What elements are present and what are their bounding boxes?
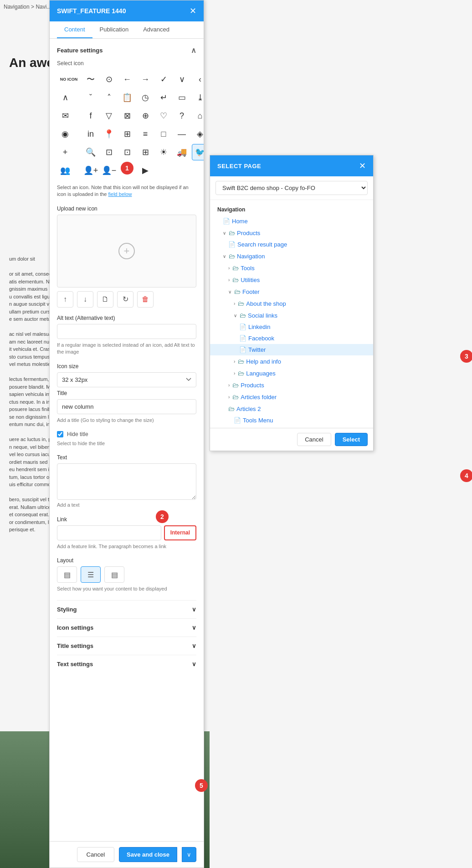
tree-item-facebook[interactable]: 📄 Facebook: [210, 333, 373, 344]
icon-store[interactable]: ⊡: [101, 144, 117, 160]
icon-download-circle[interactable]: ⤓: [192, 89, 204, 106]
select-page-header: SELECT PAGE ✕: [210, 155, 373, 176]
alt-text-input[interactable]: [57, 324, 196, 339]
tree-item-utilities[interactable]: › 🗁 Utilities: [210, 274, 373, 286]
icon-truck[interactable]: 🚚: [174, 144, 190, 160]
text-input[interactable]: [57, 463, 196, 500]
icon-sun[interactable]: ☀: [155, 144, 172, 160]
icon-clipboard[interactable]: 📋: [119, 89, 135, 106]
icon-chevron-down[interactable]: ∨: [174, 71, 190, 87]
icon-minus[interactable]: —: [174, 126, 190, 142]
icon-twitter[interactable]: 🐦: [192, 144, 204, 160]
icon-help[interactable]: ?: [174, 108, 190, 124]
modal-close-button[interactable]: ✕: [190, 6, 196, 16]
icon-size-select[interactable]: 32 x 32px 16 x 16px 24 x 24px 48 x 48px: [57, 372, 196, 387]
tab-advanced[interactable]: Advanced: [136, 21, 177, 38]
icon-facebook[interactable]: f: [82, 108, 99, 124]
feature-settings-modal: SWIFT_FEATURE 1440 ✕ Content Publication…: [49, 0, 204, 868]
select-page-close-button[interactable]: ✕: [359, 161, 366, 171]
icon-instagram[interactable]: ◉: [57, 126, 73, 142]
tree-item-search-result[interactable]: 📄 Search result page: [210, 239, 373, 250]
download-btn[interactable]: ↓: [77, 291, 93, 308]
tree-item-products-2[interactable]: › 🗁 Products: [210, 379, 373, 391]
hide-title-checkbox[interactable]: [57, 431, 63, 437]
icon-double-chevron-up[interactable]: ˄: [101, 89, 117, 106]
upload-btn[interactable]: ↑: [57, 291, 73, 308]
select-page-select-button[interactable]: Select: [335, 433, 368, 446]
articles-2-folder-icon: 🗁: [228, 405, 235, 412]
field-link[interactable]: field below: [108, 191, 132, 197]
icon-rect[interactable]: ▭: [174, 89, 190, 106]
tree-item-tools-menu[interactable]: 📄 Tools Menu: [210, 415, 373, 426]
tree-item-articles-folder[interactable]: › 🗁 Articles folder: [210, 391, 373, 403]
link-input[interactable]: [57, 525, 161, 540]
tree-item-help-info[interactable]: › 🗁 Help and info: [210, 355, 373, 367]
tree-item-languages[interactable]: › 🗁 Languages: [210, 367, 373, 379]
icon-enter[interactable]: ↵: [155, 89, 172, 106]
icon-settings-chevron: ∨: [192, 624, 196, 631]
icon-heart[interactable]: ♡: [155, 108, 172, 124]
icon-chevron-up[interactable]: ∧: [57, 89, 73, 106]
internal-button[interactable]: Internal: [164, 525, 196, 540]
layout-icon-center[interactable]: ☰: [81, 566, 101, 583]
icon-chevron-left[interactable]: ‹: [192, 71, 204, 87]
icon-location[interactable]: 📍: [101, 126, 117, 142]
title-input[interactable]: [57, 399, 196, 414]
icon-globe[interactable]: ⊕: [137, 108, 154, 124]
icon-message[interactable]: □: [155, 126, 172, 142]
layout-icon-right[interactable]: ▤: [104, 566, 124, 583]
refresh-btn[interactable]: ↻: [117, 291, 133, 308]
tab-publication[interactable]: Publication: [92, 21, 136, 38]
icon-menu[interactable]: ≡: [137, 126, 154, 142]
icon-double-chevron-down[interactable]: ˇ: [82, 89, 99, 106]
icon-users[interactable]: 👥: [57, 162, 73, 179]
icon-settings[interactable]: ⊞: [137, 144, 154, 160]
select-page-cancel-button[interactable]: Cancel: [297, 433, 331, 446]
tree-item-articles-2[interactable]: 🗁 Articles 2: [210, 403, 373, 415]
icon-play[interactable]: ▶: [137, 162, 154, 179]
icon-filter[interactable]: ▽: [101, 108, 117, 124]
icon-user-add[interactable]: 👤+: [82, 162, 99, 179]
title-settings-header[interactable]: Title settings ∨: [57, 642, 196, 649]
icon-settings-header[interactable]: Icon settings ∨: [57, 624, 196, 631]
icon-email[interactable]: ✉: [57, 108, 73, 124]
tree-item-home[interactable]: 📄 Home: [210, 216, 373, 227]
icon-gift[interactable]: ⊠: [119, 108, 135, 124]
icon-package[interactable]: ◈: [192, 126, 204, 142]
layout-icon-left[interactable]: ▤: [57, 566, 77, 583]
upload-area[interactable]: +: [57, 215, 196, 288]
feature-settings-chevron[interactable]: ∧: [191, 46, 196, 55]
tree-item-footer[interactable]: ∨ 🗁 Footer: [210, 286, 373, 298]
icon-search[interactable]: 🔍: [82, 144, 99, 160]
tree-item-twitter[interactable]: 📄 Twitter: [210, 344, 373, 355]
save-and-close-button[interactable]: Save and close: [119, 847, 177, 862]
tree-item-social-links[interactable]: ∨ 🗁 Social links: [210, 309, 373, 321]
icon-home[interactable]: ⌂: [192, 108, 204, 124]
icon-plus[interactable]: +: [57, 144, 73, 160]
delete-btn[interactable]: 🗑: [137, 291, 154, 308]
icon-warning[interactable]: ⊙: [101, 71, 117, 87]
icon-linkedin[interactable]: in: [82, 126, 99, 142]
tree-item-about-shop[interactable]: › 🗁 About the shop: [210, 298, 373, 309]
icon-user-remove[interactable]: 👤−: [101, 162, 117, 179]
shop-select[interactable]: Swift B2C demo shop - Copy fo-FO: [215, 181, 368, 195]
icon-no-icon[interactable]: NO ICON: [57, 71, 81, 87]
modal-title: SWIFT_FEATURE 1440: [57, 7, 126, 15]
tree-item-tools[interactable]: › 🗁 Tools: [210, 262, 373, 274]
icon-wave[interactable]: 〜: [82, 71, 99, 87]
cancel-button[interactable]: Cancel: [77, 847, 114, 862]
icon-map[interactable]: ⊞: [119, 126, 135, 142]
tab-content[interactable]: Content: [57, 21, 92, 38]
tree-item-navigation[interactable]: ∨ 🗁 Navigation: [210, 250, 373, 262]
icon-clock[interactable]: ◷: [137, 89, 154, 106]
tree-item-products[interactable]: ∨ 🗁 Products: [210, 227, 373, 239]
styling-header[interactable]: Styling ∨: [57, 606, 196, 613]
file-btn[interactable]: 🗋: [97, 291, 113, 308]
text-settings-header[interactable]: Text settings ∨: [57, 661, 196, 668]
icon-check[interactable]: ✓: [155, 71, 172, 87]
icon-arrow-left[interactable]: ←: [119, 71, 135, 87]
tree-item-linkedin[interactable]: 📄 Linkedin: [210, 321, 373, 333]
icon-arrow-right[interactable]: →: [137, 71, 154, 87]
save-dropdown-button[interactable]: ∨: [182, 847, 196, 862]
icon-cart[interactable]: ⊡: [119, 144, 135, 160]
